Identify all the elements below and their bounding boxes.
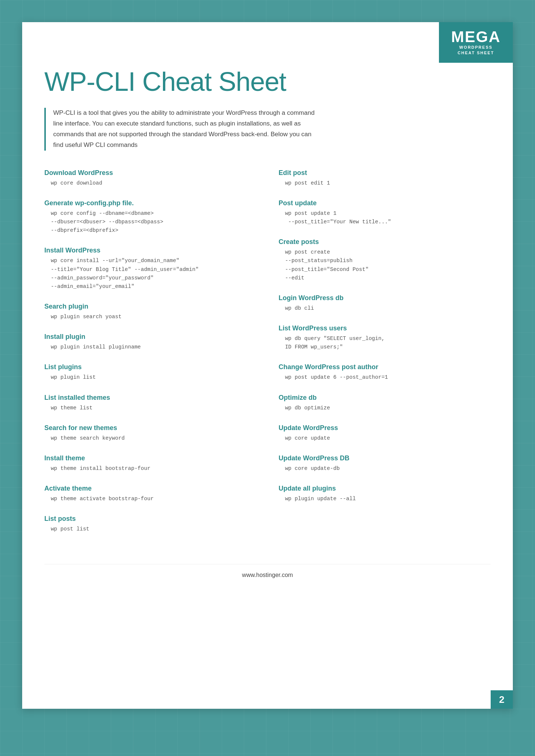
- cmd-section-left-7: Search for new themes wp theme search ke…: [44, 424, 256, 443]
- footer: www.hostinger.com: [44, 564, 491, 578]
- cmd-title: List posts: [44, 515, 256, 523]
- cmd-code: wp plugin list: [44, 373, 256, 382]
- right-column: Edit post wp post edit 1Post update wp p…: [279, 169, 491, 546]
- cmd-code: wp theme install bootstrap-four: [44, 464, 256, 473]
- cmd-title: List plugins: [44, 363, 256, 371]
- cmd-section-left-8: Install theme wp theme install bootstrap…: [44, 454, 256, 473]
- logo-badge: MEGA WORDPRESSCHEAT SHEET: [439, 22, 513, 63]
- cmd-title: List WordPress users: [279, 324, 491, 332]
- cmd-code: wp post list: [44, 525, 256, 533]
- cmd-code: wp post update 1 --post_title="Your New …: [279, 209, 491, 226]
- cmd-title: Download WordPress: [44, 169, 256, 177]
- cmd-title: List installed themes: [44, 394, 256, 402]
- cmd-code: wp db cli: [279, 304, 491, 313]
- cmd-section-right-9: Update all plugins wp plugin update --al…: [279, 485, 491, 503]
- cmd-code: wp theme search keyword: [44, 434, 256, 443]
- intro-text: WP-CLI is a tool that gives you the abil…: [53, 108, 318, 151]
- cmd-code: wp plugin search yoast: [44, 313, 256, 321]
- cmd-section-left-10: List posts wp post list: [44, 515, 256, 533]
- cmd-title: Change WordPress post author: [279, 363, 491, 371]
- page-title: WP-CLI Cheat Sheet: [44, 66, 491, 97]
- cmd-code: wp plugin install pluginname: [44, 343, 256, 351]
- intro-block: WP-CLI is a tool that gives you the abil…: [44, 108, 318, 151]
- cmd-section-right-0: Edit post wp post edit 1: [279, 169, 491, 188]
- cmd-code: wp core update: [279, 434, 491, 443]
- left-column: Download WordPress wp core downloadGener…: [44, 169, 256, 546]
- cmd-code: wp theme activate bootstrap-four: [44, 495, 256, 503]
- page-number: 2: [491, 690, 513, 709]
- cmd-section-left-3: Search plugin wp plugin search yoast: [44, 303, 256, 321]
- cmd-code: wp db query "SELECT user_login, ID FROM …: [279, 334, 491, 351]
- main-content-card: MEGA WORDPRESSCHEAT SHEET WP-CLI Cheat S…: [22, 22, 513, 709]
- cmd-code: wp post update 6 --post_author=1: [279, 373, 491, 382]
- cmd-section-left-6: List installed themes wp theme list: [44, 394, 256, 412]
- cmd-section-left-1: Generate wp-config.php file. wp core con…: [44, 199, 256, 235]
- cmd-title: Install plugin: [44, 333, 256, 341]
- cmd-section-right-5: Change WordPress post author wp post upd…: [279, 363, 491, 382]
- cmd-section-right-6: Optimize db wp db optimize: [279, 394, 491, 412]
- cmd-title: Generate wp-config.php file.: [44, 199, 256, 207]
- logo-sub-text: WORDPRESSCHEAT SHEET: [458, 45, 494, 56]
- cmd-title: Login WordPress db: [279, 294, 491, 302]
- cmd-code: wp post create --post_status=publish --p…: [279, 248, 491, 282]
- cmd-title: Search for new themes: [44, 424, 256, 432]
- cmd-title: Search plugin: [44, 303, 256, 310]
- cmd-section-left-2: Install WordPress wp core install --url=…: [44, 247, 256, 291]
- cmd-section-right-2: Create posts wp post create --post_statu…: [279, 238, 491, 282]
- cmd-code: wp core install --url="your_domain_name"…: [44, 257, 256, 291]
- cmd-code: wp theme list: [44, 404, 256, 412]
- cmd-section-right-1: Post update wp post update 1 --post_titl…: [279, 199, 491, 226]
- footer-url: www.hostinger.com: [242, 572, 293, 578]
- commands-grid: Download WordPress wp core downloadGener…: [44, 169, 491, 546]
- cmd-section-left-0: Download WordPress wp core download: [44, 169, 256, 188]
- cmd-title: Update WordPress DB: [279, 454, 491, 462]
- cmd-section-right-4: List WordPress users wp db query "SELECT…: [279, 324, 491, 351]
- cmd-code: wp plugin update --all: [279, 495, 491, 503]
- cmd-section-right-7: Update WordPress wp core update: [279, 424, 491, 443]
- cmd-section-left-5: List plugins wp plugin list: [44, 363, 256, 382]
- cmd-title: Install WordPress: [44, 247, 256, 254]
- cmd-code: wp post edit 1: [279, 179, 491, 188]
- cmd-code: wp core update-db: [279, 464, 491, 473]
- cmd-section-left-4: Install plugin wp plugin install pluginn…: [44, 333, 256, 351]
- cmd-title: Activate theme: [44, 485, 256, 492]
- cmd-title: Create posts: [279, 238, 491, 246]
- cmd-code: wp core config --dbname=<dbname> --dbuse…: [44, 209, 256, 235]
- cmd-title: Update WordPress: [279, 424, 491, 432]
- cmd-title: Update all plugins: [279, 485, 491, 492]
- cmd-title: Install theme: [44, 454, 256, 462]
- cmd-title: Edit post: [279, 169, 491, 177]
- cmd-title: Post update: [279, 199, 491, 207]
- cmd-code: wp db optimize: [279, 404, 491, 412]
- cmd-section-left-9: Activate theme wp theme activate bootstr…: [44, 485, 256, 503]
- logo-mega-text: MEGA: [451, 29, 501, 45]
- cmd-section-right-8: Update WordPress DB wp core update-db: [279, 454, 491, 473]
- cmd-code: wp core download: [44, 179, 256, 188]
- cmd-section-right-3: Login WordPress db wp db cli: [279, 294, 491, 313]
- cmd-title: Optimize db: [279, 394, 491, 402]
